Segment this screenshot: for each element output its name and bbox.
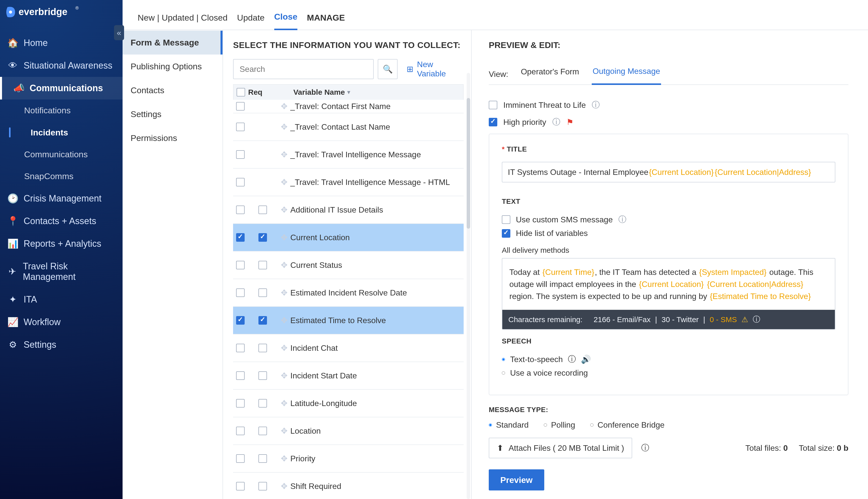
info-icon[interactable]: ⓘ [568,354,576,365]
scrollbar[interactable] [467,73,470,499]
drag-handle-icon[interactable]: ✥ [278,399,290,408]
message-type-conference-bridge[interactable]: Conference Bridge [590,421,665,430]
row-select-checkbox[interactable] [236,289,245,297]
drag-handle-icon[interactable]: ✥ [278,178,290,187]
preview-button[interactable]: Preview [489,469,544,490]
variable-row[interactable]: ✥Latitude-Longitude [233,390,464,417]
message-editor[interactable]: Today at {Current Time}, the IT Team has… [502,258,835,310]
variable-row[interactable]: ✥Location [233,417,464,445]
variable-row[interactable]: ✥Incident Chat [233,334,464,362]
variable-row[interactable]: ✥Estimated Time to Resolve [233,307,464,334]
row-required-checkbox[interactable] [258,344,267,352]
tts-radio[interactable] [502,358,505,361]
search-button[interactable]: 🔍 [378,59,398,79]
sidebar-item-settings[interactable]: ⚙Settings [0,333,123,356]
drag-handle-icon[interactable]: ✥ [278,233,290,242]
row-select-checkbox[interactable] [236,150,245,159]
settings-nav-permissions[interactable]: Permissions [123,126,223,150]
variable-row[interactable]: ✥Priority [233,445,464,473]
variable-search-input[interactable] [239,64,367,74]
sidebar-item-snapcomms[interactable]: SnapComms [0,165,123,187]
drag-handle-icon[interactable]: ✥ [278,101,290,111]
variable-row[interactable]: ✥_Travel: Contact Last Name [233,113,464,141]
variable-row[interactable]: ✥Estimated Incident Resolve Date [233,279,464,307]
imminent-threat-checkbox[interactable] [489,101,497,109]
row-required-checkbox[interactable] [258,261,267,269]
drag-handle-icon[interactable]: ✥ [278,426,290,436]
new-variable-button[interactable]: ⊞ New Variable [407,60,464,78]
row-select-checkbox[interactable] [236,261,245,269]
sidebar-item-communications[interactable]: 📣Communications [0,77,123,99]
column-name[interactable]: Variable Name ▾ [278,88,463,97]
drag-handle-icon[interactable]: ✥ [278,205,290,215]
row-required-checkbox[interactable] [258,482,267,490]
variable-search[interactable] [233,59,374,79]
row-select-checkbox[interactable] [236,123,245,131]
sidebar-item-situational-awareness[interactable]: 👁Situational Awareness [0,54,123,77]
row-required-checkbox[interactable] [258,233,267,242]
select-all-checkbox[interactable] [237,88,245,97]
info-icon[interactable]: ⓘ [592,99,600,111]
info-icon[interactable]: ⓘ [618,214,627,225]
variable-row[interactable]: ✥_Travel: Travel Intelligence Message [233,141,464,169]
drag-handle-icon[interactable]: ✥ [278,316,290,325]
variable-row[interactable]: ✥Current Status [233,252,464,279]
sidebar-item-crisis-management[interactable]: 🕑Crisis Management [0,187,123,210]
variable-row[interactable]: ✥Additional IT Issue Details [233,196,464,224]
scrollbar-thumb[interactable] [467,98,470,229]
settings-nav-settings[interactable]: Settings [123,102,223,126]
message-type-polling[interactable]: Polling [544,421,575,430]
collapse-sidebar-button[interactable]: « [114,25,124,40]
drag-handle-icon[interactable]: ✥ [278,371,290,380]
row-select-checkbox[interactable] [236,178,245,186]
sidebar-item-incidents[interactable]: Incidents [0,121,123,144]
row-required-checkbox[interactable] [258,454,267,463]
drag-handle-icon[interactable]: ✥ [278,343,290,353]
row-required-checkbox[interactable] [258,372,267,380]
settings-nav-publishing-options[interactable]: Publishing Options [123,54,223,78]
variable-row[interactable]: ✥_Travel: Travel Intelligence Message - … [233,169,464,196]
variable-row[interactable]: ✥Incident Start Date [233,362,464,390]
info-icon[interactable]: ⓘ [552,117,560,127]
variable-row[interactable]: ✥Shift Required [233,473,464,499]
variable-row[interactable]: ✥Current Location [233,224,464,252]
info-icon[interactable]: ⓘ [753,314,760,325]
sidebar-item-contacts-assets[interactable]: 📍Contacts + Assets [0,210,123,232]
title-input[interactable] [502,162,835,182]
row-select-checkbox[interactable] [236,454,245,463]
drag-handle-icon[interactable]: ✥ [278,260,290,270]
sidebar-item-communications[interactable]: Communications [0,144,123,165]
row-select-checkbox[interactable] [236,102,245,111]
drag-handle-icon[interactable]: ✥ [278,454,290,463]
tab-operators-form[interactable]: Operator's Form [520,64,580,84]
row-select-checkbox[interactable] [236,372,245,380]
info-icon[interactable]: ⓘ [641,442,649,453]
sidebar-item-reports-analytics[interactable]: 📊Reports + Analytics [0,232,123,255]
high-priority-checkbox[interactable] [489,118,497,126]
row-required-checkbox[interactable] [258,427,267,435]
row-select-checkbox[interactable] [236,482,245,490]
row-select-checkbox[interactable] [236,344,245,352]
topbar-close[interactable]: Close [274,12,298,30]
topbar-manage[interactable]: MANAGE [307,13,345,30]
recording-radio[interactable] [502,372,505,375]
variable-row[interactable]: ✥_Travel: Contact First Name [233,100,464,113]
row-select-checkbox[interactable] [236,206,245,214]
message-type-standard[interactable]: Standard [489,421,529,430]
settings-nav-contacts[interactable]: Contacts [123,78,223,102]
speaker-icon[interactable]: 🔊 [581,354,591,364]
sidebar-item-workflow[interactable]: 📈Workflow [0,311,123,333]
row-select-checkbox[interactable] [236,427,245,435]
custom-sms-checkbox[interactable] [502,215,510,224]
row-required-checkbox[interactable] [258,206,267,214]
row-select-checkbox[interactable] [236,316,245,325]
drag-handle-icon[interactable]: ✥ [278,482,290,491]
sidebar-item-ita[interactable]: ✦ITA [0,288,123,311]
settings-nav-form-message[interactable]: Form & Message [123,31,223,54]
sidebar-item-travel-risk-management[interactable]: ✈Travel Risk Management [0,255,123,288]
drag-handle-icon[interactable]: ✥ [278,288,290,297]
tab-outgoing-message[interactable]: Outgoing Message [592,64,661,85]
row-required-checkbox[interactable] [258,399,267,407]
attach-files-button[interactable]: ⬆ Attach Files ( 20 MB Total Limit ) [489,438,632,458]
row-required-checkbox[interactable] [258,316,267,325]
